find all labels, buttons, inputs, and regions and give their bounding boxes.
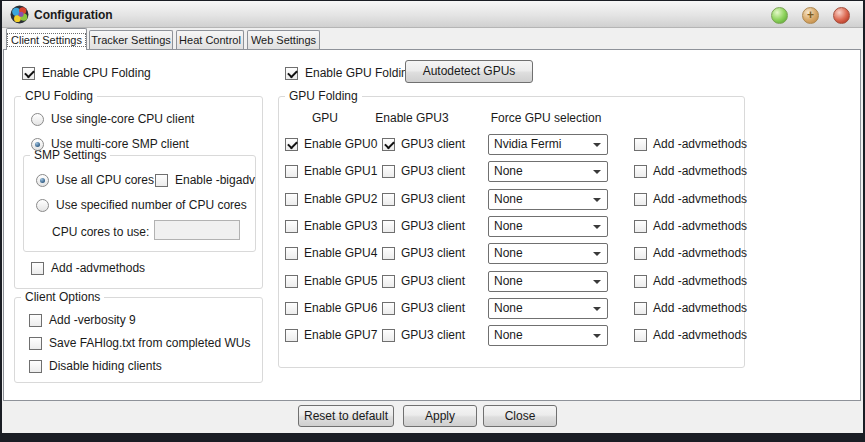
gpu-folding-group-title: GPU Folding	[285, 89, 362, 103]
gpu7-gpu3-checkbox[interactable]	[382, 329, 395, 342]
gpu5-selection-dropdown[interactable]: None	[488, 271, 608, 292]
all-cores-label: Use all CPU cores	[56, 173, 154, 187]
gpu6-advmethods-checkbox[interactable]	[634, 302, 647, 315]
gpu7-gpu3-label: GPU3 client	[401, 328, 465, 342]
gpu1-gpu3-label: GPU3 client	[401, 164, 465, 178]
tab-tracker-settings[interactable]: Tracker Settings	[89, 30, 173, 49]
client-option-label: Disable hiding clients	[49, 359, 162, 373]
gpu6-gpu3-checkbox[interactable]	[382, 302, 395, 315]
specified-cores-label: Use specified number of CPU cores	[56, 198, 247, 212]
gpu2-gpu3-checkbox[interactable]	[382, 193, 395, 206]
enable-gpu-folding-label: Enable GPU Folding	[305, 66, 414, 80]
gpu0-advmethods-checkbox[interactable]	[634, 138, 647, 151]
minimize-button[interactable]	[771, 7, 788, 24]
enable-gpu-folding-row: Enable GPU Folding	[285, 65, 414, 81]
gpu-row: Enable GPU2GPU3 clientNoneAdd -advmethod…	[279, 189, 744, 210]
apply-button[interactable]: Apply	[403, 405, 477, 427]
gpu5-gpu3-checkbox[interactable]	[382, 275, 395, 288]
gpu3-gpu3-checkbox[interactable]	[382, 220, 395, 233]
tab-client-settings[interactable]: Client Settings	[6, 28, 87, 50]
gpu1-gpu3-checkbox[interactable]	[382, 165, 395, 178]
tab-label: Heat Control	[179, 34, 241, 46]
tab-heat-control[interactable]: Heat Control	[176, 30, 244, 49]
gpu4-advmethods-checkbox[interactable]	[634, 247, 647, 260]
enable-gpu5-checkbox[interactable]	[285, 275, 298, 288]
cores-to-use-label: CPU cores to use:	[52, 225, 149, 239]
gpu-column-header: GPU	[295, 111, 355, 125]
enable-gpu0-checkbox[interactable]	[285, 138, 298, 151]
gpu0-gpu3-label: GPU3 client	[401, 137, 465, 151]
enable-gpu2-checkbox[interactable]	[285, 193, 298, 206]
gpu2-advmethods-checkbox[interactable]	[634, 193, 647, 206]
gpu3-selection-value: None	[494, 219, 523, 233]
enable-cpu-folding-checkbox[interactable]	[22, 67, 35, 80]
gpu4-gpu3-label: GPU3 client	[401, 246, 465, 260]
gpu7-selection-value: None	[494, 328, 523, 342]
gpu1-advmethods-checkbox[interactable]	[634, 165, 647, 178]
enable-gpu3-checkbox[interactable]	[285, 220, 298, 233]
gpu3-gpu3-label: GPU3 client	[401, 219, 465, 233]
enable-bigadv-checkbox[interactable]	[155, 174, 168, 187]
chevron-down-icon	[593, 198, 601, 202]
gpu0-selection-dropdown[interactable]: Nvidia Fermi	[488, 134, 608, 155]
gpu7-advmethods-checkbox[interactable]	[634, 329, 647, 342]
maximize-button[interactable]: +	[802, 7, 819, 24]
enable-gpu7-checkbox[interactable]	[285, 329, 298, 342]
enable-gpu-folding-checkbox[interactable]	[285, 67, 298, 80]
add-verbosity-9-checkbox[interactable]	[29, 314, 42, 327]
reset-to-default-button[interactable]: Reset to default	[298, 405, 394, 427]
gpu7-advmethods-label: Add -advmethods	[653, 328, 747, 342]
cores-to-use-input[interactable]	[154, 220, 240, 240]
tab-label: Tracker Settings	[91, 34, 171, 46]
gpu0-gpu3-checkbox[interactable]	[382, 138, 395, 151]
gpu-row: Enable GPU4GPU3 clientNoneAdd -advmethod…	[279, 243, 744, 264]
single-core-label: Use single-core CPU client	[51, 112, 194, 126]
gpu0-selection-value: Nvidia Fermi	[494, 137, 561, 151]
close-action-button[interactable]: Close	[483, 405, 557, 427]
gpu-row: Enable GPU6GPU3 clientNoneAdd -advmethod…	[279, 298, 744, 319]
gpu3-selection-dropdown[interactable]: None	[488, 216, 608, 237]
enable-gpu0-label: Enable GPU0	[304, 137, 377, 151]
gpu4-selection-dropdown[interactable]: None	[488, 243, 608, 264]
enable-cpu-folding-label: Enable CPU Folding	[42, 66, 151, 80]
gpu1-advmethods-label: Add -advmethods	[653, 164, 747, 178]
chevron-down-icon	[593, 143, 601, 147]
tab-web-settings[interactable]: Web Settings	[247, 30, 320, 49]
gpu2-selection-dropdown[interactable]: None	[488, 189, 608, 210]
cores-to-use-label-row: CPU cores to use:	[52, 224, 149, 240]
chevron-down-icon	[593, 280, 601, 284]
enable-gpu1-label: Enable GPU1	[304, 164, 377, 178]
chevron-down-icon	[593, 170, 601, 174]
specified-cores-radio[interactable]	[36, 199, 49, 212]
gpu-row: Enable GPU7GPU3 clientNoneAdd -advmethod…	[279, 325, 744, 346]
multi-core-radio[interactable]	[31, 138, 44, 151]
enable-gpu7-label: Enable GPU7	[304, 328, 377, 342]
all-cores-row: Use all CPU cores	[36, 172, 154, 188]
client-option-row: Disable hiding clients	[29, 358, 162, 374]
gpu7-selection-dropdown[interactable]: None	[488, 325, 608, 346]
single-core-radio[interactable]	[31, 113, 44, 126]
gpu6-selection-dropdown[interactable]: None	[488, 298, 608, 319]
enable-gpu3-label: Enable GPU3	[304, 219, 377, 233]
bigadv-row: Enable -bigadv	[155, 172, 255, 188]
gpu5-advmethods-checkbox[interactable]	[634, 275, 647, 288]
chevron-down-icon	[593, 225, 601, 229]
gpu5-gpu3-label: GPU3 client	[401, 274, 465, 288]
enable-gpu4-checkbox[interactable]	[285, 247, 298, 260]
save-fahlog-txt-from-completed-wus-checkbox[interactable]	[29, 337, 42, 350]
gpu1-selection-dropdown[interactable]: None	[488, 161, 608, 182]
multi-core-label: Use multi-core SMP client	[51, 137, 189, 151]
close-button[interactable]	[833, 7, 850, 24]
gpu4-gpu3-checkbox[interactable]	[382, 247, 395, 260]
title-bar[interactable]: Configuration +	[2, 1, 863, 28]
window-title: Configuration	[34, 8, 113, 22]
all-cores-radio[interactable]	[36, 174, 49, 187]
enable-gpu1-checkbox[interactable]	[285, 165, 298, 178]
disable-hiding-clients-checkbox[interactable]	[29, 360, 42, 373]
cpu-advmethods-checkbox[interactable]	[31, 262, 44, 275]
gpu3-advmethods-checkbox[interactable]	[634, 220, 647, 233]
client-option-row: Add -verbosity 9	[29, 312, 136, 328]
enable-gpu6-checkbox[interactable]	[285, 302, 298, 315]
gpu2-advmethods-label: Add -advmethods	[653, 192, 747, 206]
autodetect-gpus-button[interactable]: Autodetect GPUs	[405, 60, 533, 83]
